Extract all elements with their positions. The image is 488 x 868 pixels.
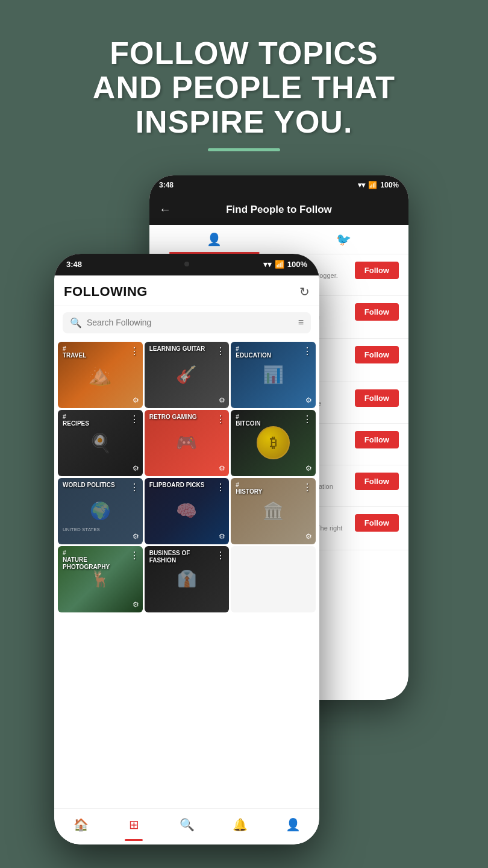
follow-button[interactable]: Follow xyxy=(355,303,399,321)
nature-icon: 🦌 xyxy=(90,570,110,588)
back-screen-header: ← Find People to Follow xyxy=(149,195,408,225)
phone-front-inner: 3:48 ▾▾ 📶 100% FOLLOWING ↻ 🔍 ≡ xyxy=(54,254,319,844)
follow-button[interactable]: Follow xyxy=(355,346,399,363)
topic-menu-icon[interactable]: ⋮ xyxy=(130,414,139,425)
nav-grid[interactable]: ⊞ xyxy=(107,809,160,841)
country-label: UNITED STATES xyxy=(63,527,100,532)
topic-settings-icon[interactable]: ⚙ xyxy=(133,532,139,541)
wifi-icon: ▾▾ xyxy=(358,181,365,189)
fashion-icon: 👔 xyxy=(177,570,196,588)
back-status-bar: 3:48 ▾▾ 📶 100% xyxy=(149,175,408,195)
hero-title: FOLLOW TOPICS AND PEOPLE THAT INSPIRE YO… xyxy=(12,36,476,140)
guitar-icon: 🎸 xyxy=(176,365,197,385)
front-signal-icon: 📶 xyxy=(275,260,284,269)
back-button[interactable]: ← xyxy=(159,203,171,216)
topic-card-empty xyxy=(231,546,316,612)
grid-icon: ⊞ xyxy=(129,817,139,832)
topic-settings-icon[interactable]: ⚙ xyxy=(133,464,139,473)
front-wifi-icon: ▾▾ xyxy=(263,260,272,269)
camera-dot xyxy=(184,262,189,266)
signal-icon: 📶 xyxy=(368,181,377,189)
search-nav-icon: 🔍 xyxy=(180,817,195,832)
topic-menu-icon[interactable]: ⋮ xyxy=(302,345,312,357)
bitcoin-visual: ₿ xyxy=(257,426,290,459)
search-input[interactable] xyxy=(87,318,293,327)
home-icon: 🏠 xyxy=(74,817,89,832)
topic-card-fashion[interactable]: 👔 BUSINESS OF FASHION ⋮ xyxy=(145,546,230,612)
topic-card-guitar[interactable]: 🎸 LEARNING GUITAR ⋮ ⚙ xyxy=(145,342,230,408)
topic-grid: 🏔️ # TRAVEL ⋮ ⚙ 🎸 LEARNING GUITAR xyxy=(54,339,319,615)
phone-front: 3:48 ▾▾ 📶 100% FOLLOWING ↻ 🔍 ≡ xyxy=(54,254,319,844)
topic-settings-icon[interactable]: ⚙ xyxy=(219,464,225,473)
follow-button[interactable]: Follow xyxy=(355,262,399,279)
tab-people[interactable]: 👤 xyxy=(149,225,279,254)
topic-menu-icon[interactable]: ⋮ xyxy=(130,345,139,357)
topic-menu-icon[interactable]: ⋮ xyxy=(216,414,225,425)
nav-profile[interactable]: 👤 xyxy=(266,809,319,841)
topic-menu-icon[interactable]: ⋮ xyxy=(302,482,312,493)
topic-settings-icon[interactable]: ⚙ xyxy=(133,600,139,609)
twitter-tab-icon: 🐦 xyxy=(336,233,351,246)
topic-card-flipboard[interactable]: 🧠 FLIPBOARD PICKS ⋮ ⚙ xyxy=(145,478,230,544)
nav-home[interactable]: 🏠 xyxy=(54,809,107,841)
notch xyxy=(163,254,211,260)
follow-button[interactable]: Follow xyxy=(355,473,399,490)
tab-twitter[interactable]: 🐦 xyxy=(279,225,408,254)
topic-settings-icon[interactable]: ⚙ xyxy=(305,532,312,541)
topic-card-recipes[interactable]: 🍳 # RECIPES ⋮ ⚙ xyxy=(58,410,143,476)
history-icon: 🏛️ xyxy=(263,501,284,521)
topic-settings-icon[interactable]: ⚙ xyxy=(305,464,312,473)
follow-button[interactable]: Follow xyxy=(355,431,399,448)
topic-menu-icon[interactable]: ⋮ xyxy=(130,550,139,561)
topic-card-history[interactable]: 🏛️ # HISTORY ⋮ ⚙ xyxy=(231,478,316,544)
front-battery-icon: 100% xyxy=(287,260,307,269)
search-bar: 🔍 ≡ xyxy=(63,312,311,333)
tabs-row: 👤 🐦 xyxy=(149,225,408,254)
topic-menu-icon[interactable]: ⋮ xyxy=(216,482,225,493)
search-icon: 🔍 xyxy=(70,317,82,329)
topic-settings-icon[interactable]: ⚙ xyxy=(219,396,225,404)
hero-underline xyxy=(208,148,280,151)
phones-container: 3:48 ▾▾ 📶 100% ← Find People to Follow 👤… xyxy=(0,169,488,832)
topic-card-bitcoin[interactable]: ₿ # BITCOIN ⋮ ⚙ xyxy=(231,410,316,476)
battery-back-icon: 100% xyxy=(380,181,399,189)
politics-icon: 🌍 xyxy=(90,501,111,521)
nav-search[interactable]: 🔍 xyxy=(160,809,213,841)
topic-menu-icon[interactable]: ⋮ xyxy=(216,550,225,561)
topic-settings-icon[interactable]: ⚙ xyxy=(133,396,139,404)
person-tab-icon: 👤 xyxy=(207,233,222,246)
topic-settings-icon[interactable]: ⚙ xyxy=(305,396,312,404)
follow-button[interactable]: Follow xyxy=(355,389,399,407)
travel-icon: 🏔️ xyxy=(88,363,112,386)
back-status-icons: ▾▾ 📶 100% xyxy=(358,181,399,189)
topic-menu-icon[interactable]: ⋮ xyxy=(216,345,225,357)
retro-icon: 🎮 xyxy=(176,433,197,453)
back-screen-title: Find People to Follow xyxy=(226,204,332,216)
topic-card-nature[interactable]: 🦌 # NATURE PHOTOGRAPHY ⋮ ⚙ xyxy=(58,546,143,612)
topic-menu-icon[interactable]: ⋮ xyxy=(302,414,312,425)
flipboard-icon: 🧠 xyxy=(176,501,197,521)
follow-button[interactable]: Follow xyxy=(355,514,399,532)
nav-notifications[interactable]: 🔔 xyxy=(213,809,266,841)
bottom-nav: 🏠 ⊞ 🔍 🔔 👤 xyxy=(54,808,319,844)
education-icon: 📊 xyxy=(263,365,284,385)
following-header: FOLLOWING ↻ xyxy=(54,275,319,306)
topic-card-travel[interactable]: 🏔️ # TRAVEL ⋮ ⚙ xyxy=(58,342,143,408)
topic-card-education[interactable]: 📊 # EDUCATION ⋮ ⚙ xyxy=(231,342,316,408)
topic-card-politics[interactable]: 🌍 WORLD POLITICS UNITED STATES ⋮ ⚙ xyxy=(58,478,143,544)
hero-section: FOLLOW TOPICS AND PEOPLE THAT INSPIRE YO… xyxy=(0,0,488,169)
recipes-icon: 🍳 xyxy=(89,432,111,453)
refresh-icon[interactable]: ↻ xyxy=(299,285,310,299)
topic-menu-icon[interactable]: ⋮ xyxy=(130,482,139,493)
back-status-time: 3:48 xyxy=(159,181,174,189)
bell-icon: 🔔 xyxy=(233,817,248,832)
topic-settings-icon[interactable]: ⚙ xyxy=(219,532,225,541)
filter-icon[interactable]: ≡ xyxy=(298,317,304,328)
topic-card-retro[interactable]: 🎮 RETRO GAMING ⋮ ⚙ xyxy=(145,410,230,476)
following-title: FOLLOWING xyxy=(64,284,148,300)
profile-nav-icon: 👤 xyxy=(286,817,301,832)
front-status-time: 3:48 xyxy=(66,260,82,269)
front-status-icons: ▾▾ 📶 100% xyxy=(263,260,307,269)
